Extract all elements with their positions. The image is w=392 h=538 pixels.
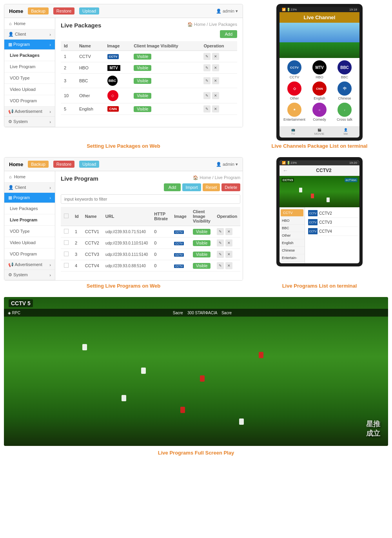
sidebar2-system[interactable]: ⚙ System › (4, 270, 55, 280)
edit-icon[interactable]: ✎ (203, 64, 211, 71)
term-channel-entry[interactable]: CCTV CCTV4 (308, 227, 358, 236)
term-sidebar-item[interactable]: HBO (279, 217, 305, 225)
add-button-2[interactable]: Add (164, 183, 181, 191)
col-image-2: Image (171, 207, 190, 226)
nav-tv[interactable]: 📺 TV (291, 128, 295, 136)
term-sidebar-item[interactable]: Chinese (279, 247, 305, 254)
program-list: CCTVHBOBBCOtherEnglishChineseEntertain- … (279, 207, 359, 263)
channel-entertainment[interactable]: ★ Entertainment (284, 103, 305, 121)
edit-icon[interactable]: ✎ (217, 251, 224, 258)
back-button[interactable]: ← (283, 167, 288, 174)
table-row: 5 English CNN Visible ✎ ✕ (61, 103, 237, 115)
sidebar2-home[interactable]: ⌂ Home (4, 171, 55, 183)
cell-cb (61, 237, 72, 249)
sidebar2-vod-program[interactable]: VOD Program (4, 248, 55, 260)
sidebar2-vod-type[interactable]: VOD Type (4, 226, 55, 237)
term-channel-entry[interactable]: CCTV CCTV3 (308, 218, 358, 227)
delete-icon[interactable]: ✕ (212, 77, 219, 84)
sidebar-item-home[interactable]: ⌂ Home (4, 18, 55, 29)
backup-button-2[interactable]: Backup (28, 161, 49, 168)
cell-cb (61, 226, 72, 237)
sidebar-item-vod-type[interactable]: VOD Type (4, 72, 55, 84)
edit-icon[interactable]: ✎ (203, 105, 211, 112)
status-bar-2: 📶 🔋23% 19:20 (279, 160, 359, 165)
nav-me[interactable]: 👤 Me (343, 128, 348, 136)
delete-icon[interactable]: ✕ (212, 105, 219, 112)
channel-other[interactable]: ◇ Other (284, 82, 305, 100)
banner-text: ◈ RPC (8, 311, 20, 315)
channel-bbc[interactable]: BBC BBC (334, 60, 356, 79)
term-sidebar-item[interactable]: BBC (279, 225, 305, 232)
chevron-right-icon-3: › (49, 109, 51, 114)
sidebar2-client[interactable]: 👤 Client › (4, 183, 55, 193)
table-row: 1 CCTV1 udp://239.93.0.71:5140 0 CCTV Vi… (61, 226, 240, 237)
term-channel-entry[interactable]: CCTV CCTV2 (308, 209, 358, 218)
sidebar-item-live-packages[interactable]: Live Packages (4, 50, 55, 61)
edit-icon[interactable]: ✎ (203, 77, 211, 84)
reset-button[interactable]: Reset (203, 183, 220, 191)
home-icon: ⌂ (9, 21, 12, 26)
term-sidebar-item[interactable]: Other (279, 232, 305, 239)
terminal-screen-2: 📶 🔋23% 19:20 ← CCTV2 CCTV3 ecTVon (279, 160, 359, 263)
sidebar2-live-packages[interactable]: Live Packages (4, 203, 55, 214)
delete-icon[interactable]: ✕ (225, 262, 232, 269)
sidebar-item-video-upload[interactable]: Video Upload (4, 84, 55, 95)
sidebar2-video-upload[interactable]: Video Upload (4, 237, 55, 248)
channel-crosstalk[interactable]: ♪ Cross talk (334, 103, 356, 121)
cell-visibility: Visible (131, 88, 200, 103)
delete-icon[interactable]: ✕ (225, 228, 232, 235)
channel-cctv[interactable]: CCTV CCTV (284, 60, 305, 79)
channel-chinese[interactable]: 中 Chinese (334, 82, 356, 100)
caption-web-1: Setting Live Packages on Web (4, 142, 243, 149)
delete-icon[interactable]: ✕ (212, 92, 219, 99)
table-row: 4 CCTV4 udp://239.93.0.88:5140 0 CCTV Vi… (61, 260, 240, 272)
main-content-1: Live Packages 🏠 Home / Live Packages Add… (55, 18, 243, 127)
term-sidebar-item[interactable]: CCTV (281, 209, 303, 217)
terminal-title-1: Live Channel (279, 12, 359, 23)
cell-visibility: Visible (190, 226, 214, 237)
restore-button-2[interactable]: Restore (53, 161, 75, 168)
add-button-1[interactable]: Add (220, 30, 237, 38)
sidebar-item-vod-program[interactable]: VOD Program (4, 95, 55, 107)
cell-name: Other (76, 88, 104, 103)
edit-icon[interactable]: ✎ (217, 262, 224, 269)
nav-movie[interactable]: 🎬 MOVIE (314, 128, 325, 136)
channel-comedy[interactable]: ☺ Comedy (309, 103, 330, 121)
sidebar-item-program[interactable]: ▦ Program › (4, 40, 55, 50)
edit-icon[interactable]: ✎ (203, 53, 211, 60)
delete-icon[interactable]: ✕ (225, 239, 232, 246)
delete-icon[interactable]: ✕ (212, 53, 219, 60)
term-sidebar-item[interactable]: Entertain- (279, 254, 305, 262)
delete-icon[interactable]: ✕ (225, 251, 232, 258)
filter-input[interactable] (61, 194, 240, 204)
sidebar-item-client[interactable]: 👤 Client › (4, 29, 55, 40)
upload-button[interactable]: Upload (79, 7, 99, 14)
fullscreen-video[interactable]: ◈ RPC Sacre 300 STARФACIA Sacre CCTV 5 星… (4, 297, 388, 446)
sidebar2-live-program[interactable]: Live Program (4, 214, 55, 226)
term-sidebar-item[interactable]: English (279, 239, 305, 247)
sidebar2-program[interactable]: ▦ Program › (4, 193, 55, 203)
sidebar-item-advertisement[interactable]: 📢 Advertisement › (4, 107, 55, 117)
edit-icon[interactable]: ✎ (217, 228, 224, 235)
admin-body-1: ⌂ Home 👤 Client › ▦ Program › Live Packa… (4, 18, 243, 127)
entertainment-label: Entertainment (283, 118, 305, 121)
sidebar-item-live-program[interactable]: Live Program (4, 61, 55, 72)
movie-icon: 🎬 (318, 128, 321, 132)
video-player-thumbnail[interactable]: CCTV3 ecTVon (279, 176, 359, 207)
import-button[interactable]: Import (182, 183, 201, 191)
col-operation: Operation (200, 41, 237, 51)
edit-icon[interactable]: ✎ (217, 239, 224, 246)
terminal-channels-grid: CCTV CCTV MTV HBO BBC BBC (279, 58, 359, 126)
delete-icon[interactable]: ✕ (212, 64, 219, 71)
edit-icon[interactable]: ✎ (203, 92, 211, 99)
channel-english[interactable]: CNN English (309, 82, 330, 100)
sidebar2-advertisement[interactable]: 📢 Advertisement › (4, 260, 55, 270)
restore-button[interactable]: Restore (53, 7, 75, 14)
backup-button[interactable]: Backup (28, 7, 49, 14)
channel-hbo[interactable]: MTV HBO (309, 60, 330, 79)
cell-url: udp://239.93.0.110:5140 (102, 237, 151, 249)
upload-button-2[interactable]: Upload (79, 161, 99, 168)
other-label: Other (290, 96, 299, 100)
delete-button[interactable]: Delete (221, 183, 240, 191)
sidebar-item-system[interactable]: ⚙ System › (4, 117, 55, 127)
